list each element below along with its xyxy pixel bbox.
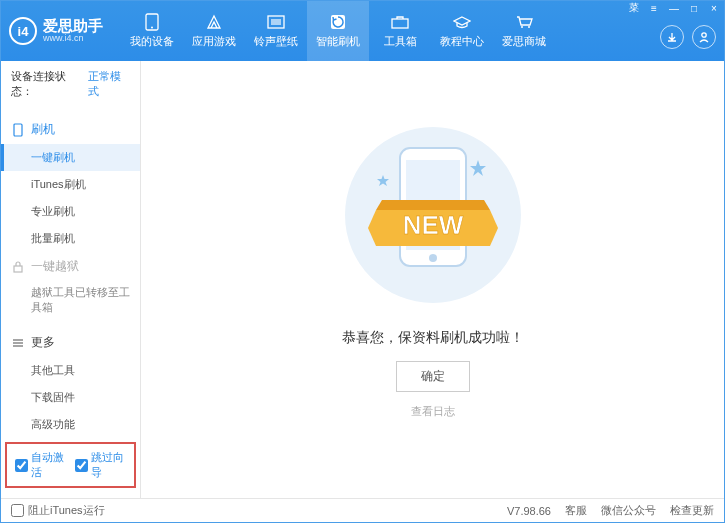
- sidebar-more-head[interactable]: 更多: [1, 328, 140, 357]
- block-itunes-checkbox[interactable]: 阻止iTunes运行: [11, 503, 105, 518]
- minimize-button[interactable]: —: [664, 1, 684, 15]
- refresh-icon: [328, 13, 348, 31]
- sidebar-item-other-tools[interactable]: 其他工具: [1, 357, 140, 384]
- success-message: 恭喜您，保资料刷机成功啦！: [342, 329, 524, 347]
- support-link[interactable]: 客服: [565, 503, 587, 518]
- svg-point-6: [521, 26, 523, 28]
- checkbox-label: 跳过向导: [91, 450, 127, 480]
- conn-label: 设备连接状态：: [11, 69, 84, 99]
- view-log-link[interactable]: 查看日志: [411, 404, 455, 419]
- nav-label: 智能刷机: [316, 34, 360, 49]
- top-nav: 我的设备 应用游戏 铃声壁纸 智能刷机 工具箱 教程中心: [121, 1, 555, 61]
- nav-ringtones[interactable]: 铃声壁纸: [245, 1, 307, 61]
- svg-point-15: [429, 254, 437, 262]
- sidebar-item-advanced[interactable]: 高级功能: [1, 411, 140, 438]
- more-icon: [11, 338, 25, 348]
- graduate-icon: [452, 13, 472, 31]
- svg-point-8: [702, 33, 706, 37]
- sidebar-item-itunes-flash[interactable]: iTunes刷机: [1, 171, 140, 198]
- toolbox-icon: [390, 13, 410, 31]
- maximize-button[interactable]: □: [684, 1, 704, 15]
- section-label: 一键越狱: [31, 258, 79, 275]
- sidebar-item-download-firmware[interactable]: 下载固件: [1, 384, 140, 411]
- nav-toolbox[interactable]: 工具箱: [369, 1, 431, 61]
- sidebar-item-batch-flash[interactable]: 批量刷机: [1, 225, 140, 252]
- window-controls: 菜 ≡ — □ ×: [624, 1, 724, 15]
- nav-smart-flash[interactable]: 智能刷机: [307, 1, 369, 61]
- checkbox-label: 自动激活: [31, 450, 67, 480]
- svg-point-1: [151, 27, 153, 29]
- checkbox-label: 阻止iTunes运行: [28, 503, 105, 518]
- svg-point-7: [528, 26, 530, 28]
- nav-label: 教程中心: [440, 34, 484, 49]
- update-link[interactable]: 检查更新: [670, 503, 714, 518]
- nav-store[interactable]: 爱思商城: [493, 1, 555, 61]
- success-illustration: NEW: [338, 120, 528, 313]
- cart-icon: [514, 13, 534, 31]
- download-button[interactable]: [660, 25, 684, 49]
- lock-icon: [11, 261, 25, 273]
- section-label: 更多: [31, 334, 55, 351]
- apps-icon: [204, 13, 224, 31]
- nav-my-device[interactable]: 我的设备: [121, 1, 183, 61]
- close-button[interactable]: ×: [704, 1, 724, 15]
- svg-rect-3: [271, 19, 281, 25]
- skip-guide-checkbox[interactable]: 跳过向导: [75, 450, 127, 480]
- flash-icon: [11, 123, 25, 137]
- jailbreak-note: 越狱工具已转移至工具箱: [1, 281, 140, 320]
- version-label: V7.98.66: [507, 505, 551, 517]
- brand-url: www.i4.cn: [43, 34, 103, 44]
- nav-tutorials[interactable]: 教程中心: [431, 1, 493, 61]
- phone-icon: [142, 13, 162, 31]
- auto-activate-checkbox[interactable]: 自动激活: [15, 450, 67, 480]
- main-content: NEW 恭喜您，保资料刷机成功啦！ 确定 查看日志: [141, 61, 724, 498]
- confirm-button[interactable]: 确定: [396, 361, 470, 392]
- nav-label: 爱思商城: [502, 34, 546, 49]
- user-button[interactable]: [692, 25, 716, 49]
- logo-icon: i4: [9, 17, 37, 45]
- list-button[interactable]: ≡: [644, 1, 664, 15]
- sidebar-item-pro-flash[interactable]: 专业刷机: [1, 198, 140, 225]
- nav-label: 应用游戏: [192, 34, 236, 49]
- flash-options-box: 自动激活 跳过向导: [5, 442, 136, 488]
- svg-rect-10: [14, 266, 22, 272]
- wechat-link[interactable]: 微信公众号: [601, 503, 656, 518]
- nav-label: 铃声壁纸: [254, 34, 298, 49]
- wallpaper-icon: [266, 13, 286, 31]
- sidebar-flash-head[interactable]: 刷机: [1, 115, 140, 144]
- svg-rect-5: [392, 19, 408, 28]
- sidebar: 设备连接状态： 正常模式 刷机 一键刷机 iTunes刷机 专业刷机 批量刷机 …: [1, 61, 141, 498]
- svg-text:NEW: NEW: [402, 210, 463, 240]
- app-header: i4 爱思助手 www.i4.cn 我的设备 应用游戏 铃声壁纸 智能刷机: [1, 1, 724, 61]
- status-bar: 阻止iTunes运行 V7.98.66 客服 微信公众号 检查更新: [1, 498, 724, 522]
- nav-label: 我的设备: [130, 34, 174, 49]
- brand-title: 爱思助手: [43, 18, 103, 35]
- nav-apps[interactable]: 应用游戏: [183, 1, 245, 61]
- sidebar-jailbreak-head[interactable]: 一键越狱: [1, 252, 140, 281]
- sidebar-item-one-click-flash[interactable]: 一键刷机: [1, 144, 140, 171]
- brand-block: i4 爱思助手 www.i4.cn: [9, 17, 103, 45]
- connection-status: 设备连接状态： 正常模式: [1, 61, 140, 107]
- section-label: 刷机: [31, 121, 55, 138]
- conn-mode: 正常模式: [88, 69, 130, 99]
- svg-rect-9: [14, 124, 22, 136]
- nav-label: 工具箱: [384, 34, 417, 49]
- menu-button[interactable]: 菜: [624, 1, 644, 15]
